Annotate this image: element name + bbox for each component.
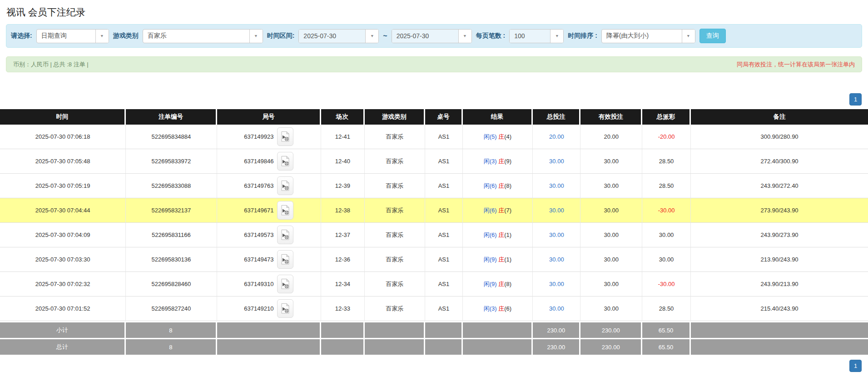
sort-order-value: 降幂(由大到小): [602, 30, 682, 43]
pagination-top: 1: [6, 93, 862, 106]
round-id-value: 637149763: [244, 182, 273, 189]
chevron-down-icon[interactable]: ▼: [458, 30, 471, 43]
cell-round-id: 637149846: [217, 149, 321, 174]
table-row: 2025-07-30 07:05:48 522695833972 6371498…: [0, 149, 868, 174]
result-banker-num: (1): [504, 256, 511, 263]
cell-session: 12-37: [321, 223, 365, 247]
cell-game-type: 百家乐: [365, 247, 426, 272]
result-banker-num: (8): [504, 182, 511, 189]
page-1-button[interactable]: 1: [849, 360, 862, 372]
cell-result: 闲(9) 庄(8): [463, 272, 533, 297]
result-banker: 庄: [498, 256, 504, 263]
total-bet-link[interactable]: 30.00: [549, 281, 564, 287]
video-replay-icon: [281, 303, 290, 314]
table-row: 2025-07-30 07:06:18 522695834884 6371499…: [0, 125, 868, 149]
chevron-down-icon[interactable]: ▼: [95, 30, 109, 43]
cell-table-no: AS1: [425, 272, 462, 297]
cell-bet-id: 522695827240: [126, 297, 217, 321]
video-replay-button[interactable]: [277, 299, 293, 318]
cell-result: 闲(5) 庄(4): [463, 125, 533, 149]
cell-game-type: 百家乐: [365, 223, 426, 247]
chevron-down-icon[interactable]: ▼: [249, 30, 263, 43]
video-replay-button[interactable]: [277, 275, 293, 293]
cell-remark: 243.90/273.90: [691, 223, 868, 247]
cell-table-no: AS1: [425, 223, 462, 247]
total-bet-link[interactable]: 30.00: [549, 158, 564, 165]
video-replay-button[interactable]: [277, 226, 293, 244]
result-player: 闲(9): [484, 281, 497, 287]
pagination-bottom: 1: [6, 360, 862, 372]
result-player: 闲(6): [484, 231, 497, 238]
cell-round-id: 637149473: [217, 247, 321, 272]
cell-result: 闲(6) 庄(8): [463, 174, 533, 198]
video-replay-button[interactable]: [277, 250, 293, 269]
result-banker: 庄: [498, 182, 504, 189]
chevron-down-icon[interactable]: ▼: [365, 30, 378, 43]
chevron-down-icon[interactable]: ▼: [550, 30, 563, 43]
cell-bet-id: 522695832137: [126, 198, 217, 223]
page-size-select[interactable]: 100 ▼: [509, 29, 564, 43]
page-size-value: 100: [510, 30, 550, 43]
header-game-type: 游戏类别: [365, 109, 426, 125]
total-bet-link[interactable]: 30.00: [549, 231, 564, 238]
total-bet-link[interactable]: 30.00: [549, 182, 564, 189]
subtotal-count: 8: [126, 321, 217, 338]
result-banker-num: (6): [504, 305, 511, 312]
chevron-down-icon[interactable]: ▼: [682, 30, 695, 43]
round-id-value: 637149923: [244, 133, 273, 140]
table-row: 2025-07-30 07:01:52 522695827240 6371492…: [0, 297, 868, 321]
cell-time: 2025-07-30 07:06:18: [0, 125, 126, 149]
sort-order-label: 时间排序 :: [568, 32, 597, 40]
result-banker: 庄: [498, 305, 504, 312]
total-bet-link[interactable]: 30.00: [549, 305, 564, 312]
video-replay-button[interactable]: [277, 201, 293, 220]
cell-time: 2025-07-30 07:05:48: [0, 149, 126, 174]
cell-table-no: AS1: [425, 198, 462, 223]
total-bet-link[interactable]: 30.00: [549, 256, 564, 263]
search-button[interactable]: 查询: [699, 29, 726, 43]
result-banker: 庄: [498, 207, 504, 214]
game-type-select[interactable]: 百家乐 ▼: [143, 29, 263, 43]
video-replay-icon: [281, 254, 290, 265]
cell-payout: -20.00: [642, 125, 691, 149]
cell-valid-bet: 20.00: [580, 125, 642, 149]
cell-time: 2025-07-30 07:03:30: [0, 247, 126, 272]
cell-valid-bet: 30.00: [580, 223, 642, 247]
sort-order-select[interactable]: 降幂(由大到小) ▼: [601, 29, 695, 43]
game-type-label: 游戏类别: [113, 32, 139, 40]
total-bet-link[interactable]: 20.00: [549, 133, 564, 140]
cell-round-id: 637149763: [217, 174, 321, 198]
header-bet-id: 注单编号: [126, 109, 217, 125]
cell-result: 闲(6) 庄(1): [463, 223, 533, 247]
query-type-select[interactable]: 日期查询 ▼: [36, 29, 109, 43]
video-replay-button[interactable]: [277, 152, 293, 171]
date-from-picker[interactable]: 2025-07-30 ▼: [298, 29, 379, 43]
cell-result: 闲(3) 庄(6): [463, 297, 533, 321]
round-id-value: 637149310: [244, 281, 273, 287]
round-id-value: 637149573: [244, 231, 273, 238]
date-to-picker[interactable]: 2025-07-30 ▼: [392, 29, 472, 43]
cell-session: 12-40: [321, 149, 365, 174]
header-valid-bet: 有效投注: [580, 109, 642, 125]
page-1-button[interactable]: 1: [849, 93, 862, 106]
subtotal-total-bet: 230.00: [533, 321, 580, 338]
cell-payout: 28.50: [642, 149, 691, 174]
cell-bet-id: 522695828460: [126, 272, 217, 297]
result-banker-num: (4): [504, 133, 511, 140]
cell-valid-bet: 30.00: [580, 149, 642, 174]
cell-table-no: AS1: [425, 149, 462, 174]
result-banker: 庄: [498, 133, 504, 140]
video-replay-button[interactable]: [277, 127, 293, 146]
cell-session: 12-41: [321, 125, 365, 149]
video-replay-button[interactable]: [277, 176, 293, 195]
table-row: 2025-07-30 07:02:32 522695828460 6371493…: [0, 272, 868, 297]
page-title: 视讯 会员下注纪录: [0, 0, 868, 24]
cell-table-no: AS1: [425, 247, 462, 272]
caret-glyph: ▼: [463, 34, 467, 38]
cell-time: 2025-07-30 07:04:44: [0, 198, 126, 223]
cell-round-id: 637149573: [217, 223, 321, 247]
cell-round-id: 637149310: [217, 272, 321, 297]
total-bet-link[interactable]: 30.00: [549, 207, 564, 214]
cell-total-bet: 30.00: [533, 297, 580, 321]
bet-records-table: 时间 注单编号 局号 场次 游戏类别 桌号 结果 总投注 有效投注 总派彩 备注…: [0, 109, 868, 355]
